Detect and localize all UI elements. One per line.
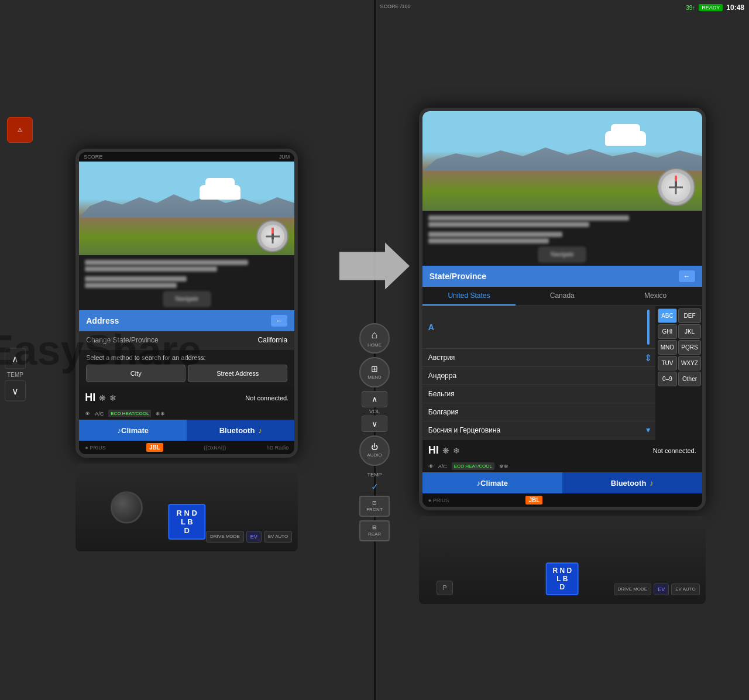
state-name-2: Бельгия bbox=[428, 390, 455, 398]
rear-label: REAR bbox=[368, 531, 381, 537]
hi-temp-right: HI bbox=[428, 444, 439, 457]
vol-down-button[interactable]: ∨ bbox=[362, 416, 387, 432]
temp-center-label: TEMP bbox=[367, 472, 382, 478]
alpha-btn-09[interactable]: 0–9 bbox=[658, 372, 677, 386]
climate-bar-right: HI ❋ ❄ Not connected. bbox=[422, 440, 702, 461]
compass-right bbox=[657, 168, 695, 206]
ac-label-left: A/C bbox=[95, 411, 104, 417]
search-method-area: Select a method to search for an address… bbox=[79, 349, 294, 387]
temp-up-button[interactable]: ∧ bbox=[5, 348, 26, 369]
music-icon-bt-left: ♪ bbox=[258, 426, 262, 435]
alpha-btn-wxyz[interactable]: WXYZ bbox=[678, 356, 701, 370]
bluetooth-tab-right[interactable]: Bluetooth ♪ bbox=[562, 472, 702, 493]
bluetooth-tab-left[interactable]: Bluetooth ♪ bbox=[187, 420, 294, 441]
method-buttons: City Street Address bbox=[86, 365, 287, 382]
alpha-btn-abc[interactable]: ABC bbox=[658, 308, 677, 323]
list-item[interactable]: Австрия ⇕ bbox=[422, 349, 655, 367]
front-ac-icon: ⊡ bbox=[372, 500, 377, 506]
state-province-row[interactable]: Change State/Province California bbox=[79, 331, 294, 349]
temp-label: TEMP bbox=[5, 372, 26, 378]
address-header: Address ← bbox=[79, 310, 294, 331]
fan-icon-right: ❋ bbox=[442, 446, 449, 455]
address-line-r3 bbox=[428, 232, 562, 237]
map-area-right bbox=[422, 111, 702, 211]
prius-label-left: ● PRIUS bbox=[85, 445, 105, 451]
screen-footer-right: ● PRIUS JBL bbox=[422, 493, 702, 507]
screen-footer-left: ● PRIUS JBL ((DxNAI)) hD Radio bbox=[79, 441, 294, 454]
street-address-button[interactable]: Street Address bbox=[188, 365, 287, 382]
navigation-arrow bbox=[339, 242, 410, 289]
alpha-btn-tuv[interactable]: TUV bbox=[658, 356, 677, 370]
state-name-1: Андорра bbox=[428, 372, 456, 380]
climate-tab-right[interactable]: ♪ Climate bbox=[422, 472, 562, 493]
jbl-badge-left: JBL bbox=[146, 443, 163, 452]
gear-display-left: R N D L B D bbox=[169, 504, 205, 540]
ev-auto-btn-left[interactable]: EV AUTO bbox=[264, 531, 293, 543]
list-item[interactable]: Болгария bbox=[422, 403, 655, 421]
left-screen: SCORE JUM bbox=[75, 149, 298, 458]
list-item[interactable]: Бельгия bbox=[422, 385, 655, 403]
rear-ac-button[interactable]: ⊟ REAR bbox=[359, 520, 390, 541]
nav-button-blurred-r: Navigate bbox=[538, 247, 586, 262]
gear-display-right: R N D L B D bbox=[545, 562, 579, 595]
drive-mode-btn-left[interactable]: DRIVE MODE bbox=[206, 531, 244, 543]
scroll-bar[interactable] bbox=[647, 310, 650, 345]
time-display: 10:48 bbox=[726, 4, 744, 12]
vol-up-button[interactable]: ∧ bbox=[362, 391, 387, 407]
temp-down-button[interactable]: ∨ bbox=[5, 380, 26, 402]
nav-button-blurred: Navigate bbox=[163, 291, 211, 307]
eye-icon-right: 👁 bbox=[428, 464, 434, 469]
vol-label: VOL bbox=[369, 409, 380, 414]
list-item[interactable]: Босния и Герцеговина ▼ bbox=[422, 421, 655, 440]
tab-mexico[interactable]: Mexico bbox=[609, 287, 702, 306]
state-list: Австрия ⇕ Андорра Бельгия Болгария Босни… bbox=[422, 349, 655, 440]
map-area-left bbox=[79, 162, 294, 255]
alpha-btn-other[interactable]: Other bbox=[678, 372, 701, 386]
climate-tab-left[interactable]: ♪ Climate bbox=[79, 420, 187, 441]
dxnai-label-left: ((DxNAI)) bbox=[204, 445, 226, 451]
climate-label-right: Climate bbox=[480, 479, 508, 488]
compass-left bbox=[256, 220, 288, 252]
drive-mode-btn-right[interactable]: DRIVE MODE bbox=[614, 584, 652, 595]
ev-btn-right[interactable]: EV bbox=[654, 584, 669, 595]
address-back-button[interactable]: ← bbox=[271, 315, 287, 327]
ev-btn-left[interactable]: EV bbox=[246, 531, 262, 543]
rear-ac-icon: ⊟ bbox=[372, 524, 377, 530]
alpha-btn-mno[interactable]: MNO bbox=[658, 340, 677, 355]
right-panel: 39↑ READY 10:48 SCORE /100 bbox=[376, 0, 750, 700]
fan-icon-left: ❋ bbox=[99, 393, 106, 403]
alpha-btn-jkl[interactable]: JKL bbox=[678, 324, 701, 339]
list-item[interactable]: Андорра bbox=[422, 367, 655, 385]
map-mountains-right bbox=[422, 142, 702, 171]
eco-badge-right: ECO HEAT/COOL bbox=[452, 462, 494, 470]
home-button[interactable]: ⌂ HOME bbox=[359, 323, 390, 354]
state-back-button[interactable]: ← bbox=[679, 270, 695, 282]
alpha-btn-ghi[interactable]: GHI bbox=[658, 324, 677, 339]
parking-btn-right[interactable]: P bbox=[437, 581, 453, 595]
state-province-title: State/Province bbox=[430, 272, 486, 281]
info-area-left: Navigate bbox=[79, 255, 294, 310]
knob-left[interactable] bbox=[111, 492, 143, 524]
gear-label-right: R N D L B D bbox=[545, 562, 579, 595]
alpha-btn-def[interactable]: DEF bbox=[678, 308, 701, 323]
alpha-btn-pqrs[interactable]: PQRS bbox=[678, 340, 701, 355]
warning-button[interactable]: ⚠ bbox=[7, 117, 33, 143]
ac-row-left: 👁 A/C ECO HEAT/COOL ❄❄ bbox=[79, 409, 294, 420]
status-bar-right: 39↑ READY 10:48 bbox=[686, 4, 744, 12]
climate-bar-left: HI ❋ ❄ Not connected. bbox=[79, 387, 294, 409]
menu-button[interactable]: ⊞ MENU bbox=[359, 357, 390, 387]
info-area-right: Navigate bbox=[422, 211, 702, 266]
bottom-tabs-right: ♪ Climate Bluetooth ♪ bbox=[422, 472, 702, 493]
ev-auto-btn-right[interactable]: EV AUTO bbox=[671, 584, 700, 595]
audio-button[interactable]: ⏻ AUDIO bbox=[359, 435, 390, 466]
not-connected-right: Not connected. bbox=[463, 447, 696, 454]
tab-canada[interactable]: Canada bbox=[516, 287, 609, 306]
front-ac-button[interactable]: ⊡ FRONT bbox=[359, 496, 390, 517]
climate-label-left: Climate bbox=[121, 426, 149, 435]
left-panel: EasyShare ⚠ ∧ TEMP ∨ SCORE JUM bbox=[0, 0, 376, 700]
state-list-with-letter: A Австрия ⇕ Андорра Бельгия bbox=[422, 306, 655, 440]
score-value-left: JUM bbox=[279, 154, 290, 160]
map-mountains-left bbox=[79, 188, 294, 218]
tab-united-states[interactable]: United States bbox=[422, 287, 516, 306]
city-button[interactable]: City bbox=[86, 365, 185, 382]
